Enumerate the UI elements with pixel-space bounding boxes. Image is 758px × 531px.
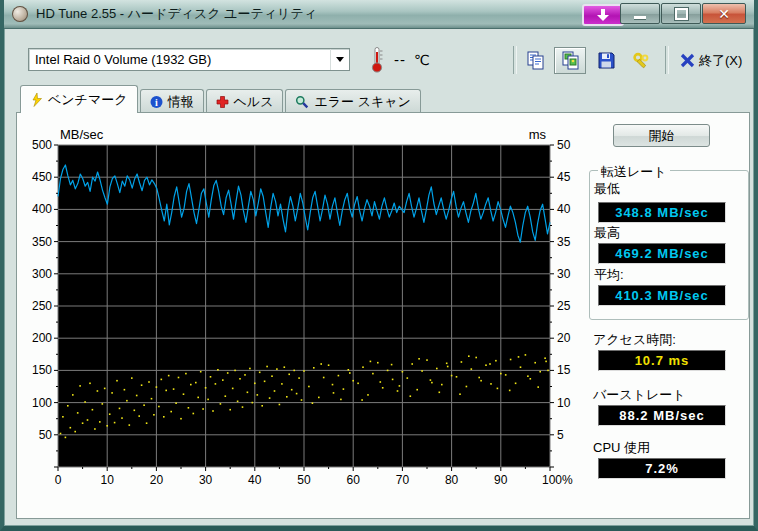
svg-text:5: 5 — [557, 428, 564, 442]
svg-text:350: 350 — [32, 235, 52, 249]
thermometer-icon — [370, 46, 384, 73]
lightning-icon — [30, 93, 43, 107]
svg-text:250: 250 — [32, 299, 52, 313]
svg-text:i: i — [155, 96, 158, 107]
svg-text:90: 90 — [494, 473, 508, 487]
exit-x-icon — [680, 53, 695, 68]
tab-error-scan-label: エラー スキャン — [314, 93, 410, 111]
svg-text:100: 100 — [32, 396, 52, 410]
burst-rate-value: 88.2 MB/sec — [598, 405, 726, 426]
avg-value: 410.3 MB/sec — [598, 285, 726, 306]
tab-health-label: ヘルス — [234, 93, 274, 111]
minimize-icon — [634, 16, 646, 19]
drive-select-value: Intel Raid 0 Volume (1932 GB) — [29, 52, 330, 67]
svg-text:20: 20 — [557, 331, 571, 345]
app-icon — [12, 6, 28, 22]
health-icon — [216, 95, 229, 109]
maximize-icon — [675, 8, 688, 20]
copy-image-icon — [561, 51, 580, 70]
hdtune-window: HD Tune 2.55 - ハードディスク ユーティリティ ✕ Intel R… — [0, 0, 758, 531]
svg-text:30: 30 — [557, 267, 571, 281]
download-arrow-icon — [594, 8, 612, 23]
svg-text:150: 150 — [32, 363, 52, 377]
options-button[interactable] — [627, 47, 655, 74]
temperature-value: -- — [394, 51, 406, 68]
copy-text-button[interactable] — [521, 47, 549, 74]
svg-text:30: 30 — [199, 473, 213, 487]
transfer-rate-group-label: 転送レート — [598, 163, 670, 181]
avg-label: 平均: — [594, 266, 624, 284]
tab-info-label: 情報 — [168, 93, 194, 111]
scan-icon — [295, 95, 309, 109]
max-label: 最高 — [594, 224, 620, 242]
toolbar-separator — [513, 46, 517, 74]
svg-text:MB/sec: MB/sec — [60, 127, 104, 142]
benchmark-panel: 0102030405060708090100%50045040035030025… — [16, 112, 750, 519]
svg-text:40: 40 — [557, 202, 571, 216]
svg-text:300: 300 — [32, 267, 52, 281]
minimize-button[interactable] — [620, 3, 660, 24]
svg-text:50: 50 — [39, 428, 53, 442]
tab-info[interactable]: i 情報 — [140, 89, 204, 113]
chevron-down-icon[interactable] — [330, 49, 349, 70]
svg-text:50: 50 — [557, 138, 571, 152]
svg-text:20: 20 — [150, 473, 164, 487]
svg-text:80: 80 — [445, 473, 459, 487]
cpu-usage-value: 7.2% — [598, 458, 726, 479]
download-overlay-button[interactable] — [582, 4, 624, 26]
svg-text:40: 40 — [248, 473, 262, 487]
save-icon — [597, 51, 616, 70]
temperature-readout: -- ℃ — [370, 46, 430, 73]
min-label: 最低 — [594, 180, 620, 198]
tab-benchmark[interactable]: ベンチマーク — [20, 85, 138, 113]
maximize-button[interactable] — [661, 3, 701, 24]
title-bar[interactable]: HD Tune 2.55 - ハードディスク ユーティリティ ✕ — [4, 0, 754, 29]
svg-text:0: 0 — [55, 473, 62, 487]
max-value: 469.2 MB/sec — [598, 243, 726, 264]
svg-text:ms: ms — [529, 127, 547, 142]
svg-text:10: 10 — [557, 396, 571, 410]
svg-text:45: 45 — [557, 170, 571, 184]
svg-text:10: 10 — [101, 473, 115, 487]
temperature-unit: ℃ — [414, 52, 430, 68]
svg-text:500: 500 — [32, 138, 52, 152]
exit-button[interactable]: 終了(X) — [676, 47, 746, 74]
toolbar-separator — [665, 46, 669, 74]
access-time-label: アクセス時間: — [593, 331, 676, 349]
svg-text:25: 25 — [557, 299, 571, 313]
start-button[interactable]: 開始 — [613, 124, 710, 147]
drive-select[interactable]: Intel Raid 0 Volume (1932 GB) — [28, 48, 350, 71]
tab-error-scan[interactable]: エラー スキャン — [285, 89, 420, 113]
copy-text-icon — [526, 51, 545, 70]
exit-button-label: 終了(X) — [699, 52, 742, 70]
min-value: 348.8 MB/sec — [598, 202, 726, 223]
svg-text:100%: 100% — [542, 473, 573, 487]
svg-text:35: 35 — [557, 235, 571, 249]
svg-text:200: 200 — [32, 331, 52, 345]
copy-image-button[interactable] — [554, 47, 586, 74]
tab-health[interactable]: ヘルス — [206, 89, 284, 113]
close-button[interactable]: ✕ — [702, 3, 746, 24]
svg-text:60: 60 — [347, 473, 361, 487]
tab-strip: ベンチマーク i 情報 ヘルス エラー スキャン — [20, 85, 423, 113]
svg-text:450: 450 — [32, 170, 52, 184]
access-time-value: 10.7 ms — [598, 350, 726, 371]
options-icon — [632, 51, 651, 70]
close-icon: ✕ — [718, 7, 730, 21]
svg-text:50: 50 — [297, 473, 311, 487]
svg-text:70: 70 — [396, 473, 410, 487]
save-button[interactable] — [592, 47, 620, 74]
info-icon: i — [150, 95, 163, 109]
svg-text:15: 15 — [557, 363, 571, 377]
window-title: HD Tune 2.55 - ハードディスク ユーティリティ — [36, 5, 317, 23]
burst-rate-label: バーストレート — [593, 386, 686, 404]
tab-benchmark-label: ベンチマーク — [48, 91, 128, 109]
cpu-usage-label: CPU 使用 — [593, 439, 650, 457]
svg-text:400: 400 — [32, 202, 52, 216]
